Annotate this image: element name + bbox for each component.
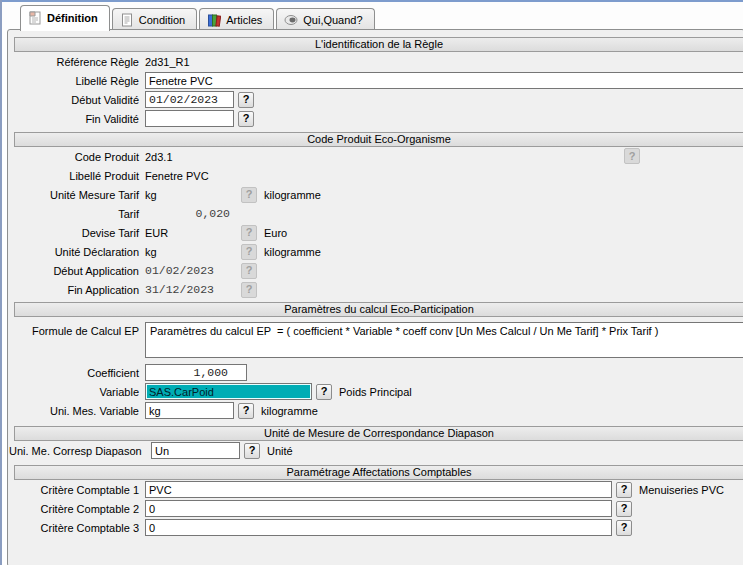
code-produit-help-button: ? [624,148,640,164]
critere-comptable-3-help-button[interactable]: ? [616,520,632,536]
row-variable: Variable ? Poids Principal [8,382,743,401]
critere-comptable-1-label: Critère Comptable 1 [8,484,145,496]
debut-validite-help-button[interactable]: ? [238,92,254,108]
devise-tarif-help-button: ? [241,225,257,241]
debut-application-value: 01/02/2023 [145,264,237,277]
critere-comptable-1-input[interactable] [145,481,612,498]
unite-declaration-desc: kilogramme [264,246,321,258]
section-header-parametres-calcul: Paramètres du calcul Eco-Participation [14,302,743,317]
critere-comptable-2-label: Critère Comptable 2 [8,503,145,515]
variable-desc: Poids Principal [339,386,412,398]
uni-mes-variable-desc: kilogramme [261,405,318,417]
tarif-label: Tarif [8,208,145,220]
coefficient-input[interactable] [145,364,247,381]
formule-calcul-label: Formule de Calcul EP [8,322,145,337]
libelle-regle-label: Libellé Règle [8,75,145,87]
reference-regle-value: 2d31_R1 [145,56,190,68]
section-header-correspondance: Unité de Mesure de Correspondance Diapas… [14,426,743,441]
critere-comptable-3-input[interactable] [145,519,612,536]
uni-me-corresp-help-button[interactable]: ? [244,443,260,459]
unite-declaration-label: Unité Déclaration [8,246,145,258]
row-formule-calcul: Formule de Calcul EP Paramètres du calcu… [8,322,743,360]
debut-validite-input[interactable] [145,91,234,108]
section-header-code-produit: Code Produit Eco-Organisme [14,132,743,147]
row-fin-validite: Fin Validité ? [8,109,743,128]
rule-definition-window: Définition Condition [0,0,743,565]
fin-application-help-button: ? [241,282,257,298]
reference-regle-label: Référence Règle [8,56,145,68]
devise-tarif-desc: Euro [264,227,287,239]
row-reference-regle: Référence Règle 2d31_R1 [8,52,743,71]
unite-mesure-tarif-label: Unité Mesure Tarif [8,189,145,201]
unite-mesure-tarif-help-button: ? [241,187,257,203]
row-fin-application: Fin Application 31/12/2023 ? [8,280,743,299]
row-code-produit: Code Produit 2d3.1 ? [8,147,743,166]
note-icon [28,11,42,25]
debut-application-help-button: ? [241,263,257,279]
uni-me-corresp-desc: Unité [267,445,293,457]
row-uni-me-corresp: Uni. Me. Corresp Diapason ? Unité [8,441,743,460]
document-icon [120,13,134,27]
devise-tarif-label: Devise Tarif [8,227,145,239]
formule-calcul-textarea[interactable]: Paramètres du calcul EP = ( coefficient … [145,322,743,358]
libelle-regle-input[interactable] [145,72,743,89]
row-critere-comptable-3: Critère Comptable 3 ? [8,518,743,537]
critere-comptable-1-help-button[interactable]: ? [616,482,632,498]
coefficient-label: Coefficient [8,367,145,379]
row-uni-mes-variable: Uni. Mes. Variable ? kilogramme [8,401,743,420]
row-libelle-regle: Libellé Règle [8,71,743,90]
row-unite-declaration: Unité Déclaration kg ? kilogramme [8,242,743,261]
variable-label: Variable [8,386,145,398]
devise-tarif-value: EUR [145,227,237,239]
tab-bar: Définition Condition [2,2,743,30]
unite-declaration-value: kg [145,246,237,258]
row-libelle-produit: Libellé Produit Fenetre PVC [8,166,743,185]
fin-validite-help-button[interactable]: ? [238,111,254,127]
fin-validite-input[interactable] [145,110,234,127]
variable-input[interactable] [145,383,312,400]
debut-validite-label: Début Validité [8,94,145,106]
row-critere-comptable-1: Critère Comptable 1 ? Menuiseries PVC [8,480,743,499]
tab-articles-label: Articles [226,14,262,26]
definition-tab-page: L'identification de la Règle Référence R… [7,29,743,565]
uni-mes-variable-label: Uni. Mes. Variable [8,405,145,417]
tab-qui-quand[interactable]: Qui,Quand? [276,8,374,30]
row-tarif: Tarif 0,020 [8,204,743,223]
critere-comptable-2-input[interactable] [145,500,612,517]
row-critere-comptable-2: Critère Comptable 2 ? [8,499,743,518]
fin-application-value: 31/12/2023 [145,283,237,296]
uni-mes-variable-help-button[interactable]: ? [238,403,254,419]
section-header-identification: L'identification de la Règle [14,37,743,52]
unite-declaration-help-button: ? [241,244,257,260]
critere-comptable-2-help-button[interactable]: ? [616,501,632,517]
row-unite-mesure-tarif: Unité Mesure Tarif kg ? kilogramme [8,185,743,204]
tab-condition[interactable]: Condition [112,8,197,30]
fin-application-label: Fin Application [8,284,145,296]
unite-mesure-tarif-desc: kilogramme [264,189,321,201]
tab-definition[interactable]: Définition [20,5,110,31]
code-produit-value: 2d3.1 [145,151,173,163]
row-coefficient: Coefficient [8,363,743,382]
tab-articles[interactable]: Articles [199,8,274,30]
fin-validite-label: Fin Validité [8,113,145,125]
critere-comptable-3-label: Critère Comptable 3 [8,522,145,534]
critere-comptable-1-desc: Menuiseries PVC [639,484,724,496]
tarif-value: 0,020 [145,207,230,220]
debut-application-label: Début Application [8,265,145,277]
tab-condition-label: Condition [139,14,185,26]
uni-me-corresp-input[interactable] [151,442,240,459]
uni-mes-variable-input[interactable] [145,402,234,419]
tab-definition-label: Définition [47,12,98,24]
code-produit-label: Code Produit [8,151,145,163]
libelle-produit-value: Fenetre PVC [145,170,209,182]
uni-me-corresp-label: Uni. Me. Corresp Diapason [8,445,151,457]
section-header-affectations: Paramétrage Affectations Comptables [14,465,743,480]
tab-qui-quand-label: Qui,Quand? [303,14,362,26]
window-left-border [0,0,2,565]
variable-help-button[interactable]: ? [316,384,332,400]
row-debut-application: Début Application 01/02/2023 ? [8,261,743,280]
clock-icon [284,13,298,27]
row-devise-tarif: Devise Tarif EUR ? Euro [8,223,743,242]
row-debut-validite: Début Validité ? [8,90,743,109]
libelle-produit-label: Libellé Produit [8,170,145,182]
